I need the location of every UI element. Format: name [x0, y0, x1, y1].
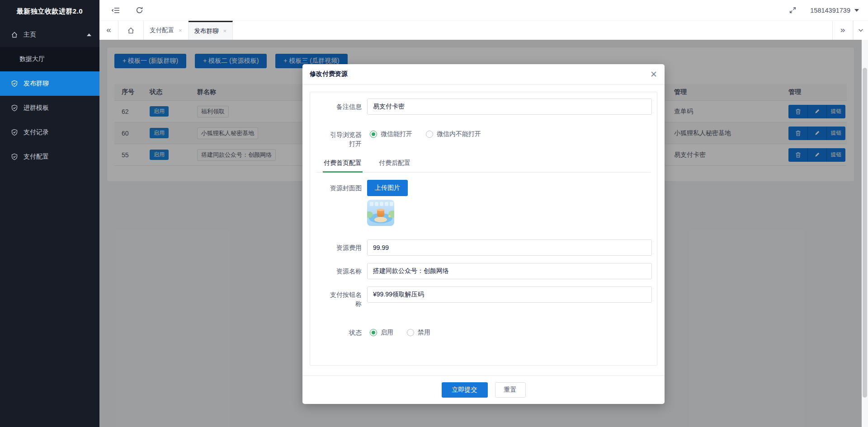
shield-check-icon: [11, 153, 18, 160]
resource-name-input[interactable]: [367, 263, 652, 279]
form-row-cover: 资源封面图 上传图片: [310, 180, 657, 226]
shield-check-icon: [11, 129, 18, 136]
upload-image-button[interactable]: 上传图片: [367, 180, 408, 196]
sidebar-item-label: 数据大厅: [19, 55, 45, 63]
dialog-header: 修改付费资源 ✕: [302, 64, 665, 84]
close-icon[interactable]: ×: [223, 28, 227, 34]
radio-circle-icon: [426, 131, 433, 138]
radio-label: 禁用: [418, 328, 430, 337]
edit-paid-resource-dialog: 修改付费资源 ✕ 备注信息 引导浏览器打开 微信能打开 微信内不能打开 付费首页…: [302, 64, 665, 404]
home-icon: [11, 31, 18, 38]
scrollbar-thumb[interactable]: [863, 68, 867, 398]
tabs-scroll-right-button[interactable]: »: [832, 21, 853, 40]
sidebar-collapse-icon[interactable]: [111, 7, 120, 14]
app-title: 最新独立收款进群2.0: [0, 0, 99, 23]
form-row-pay-button-name: 支付按钮名称: [310, 286, 657, 308]
sidebar-item-publish-group[interactable]: 发布群聊: [0, 71, 99, 96]
pay-button-name-input[interactable]: [367, 286, 652, 303]
field-label: 状态: [327, 328, 362, 337]
sidebar-item-label: 发布群聊: [24, 80, 91, 88]
cover-image-thumbnail[interactable]: [367, 200, 394, 226]
refresh-icon[interactable]: [136, 6, 143, 14]
dialog-footer: 立即提交 重置: [302, 375, 665, 404]
form-row-status: 状态 启用 禁用: [310, 328, 657, 337]
sidebar-item-label: 支付记录: [24, 128, 91, 136]
tab-paid-homepage-config[interactable]: 付费首页配置: [323, 159, 363, 172]
reset-button[interactable]: 重置: [495, 382, 526, 398]
user-phone: 15814391739: [810, 7, 850, 14]
scrollbar-track[interactable]: [862, 40, 868, 427]
form-row-name: 资源名称: [310, 263, 657, 279]
radio-wechat-cannot-open[interactable]: 微信内不能打开: [426, 130, 481, 138]
browser-open-radio-group: 微信能打开 微信内不能打开: [367, 130, 495, 138]
dialog-title: 修改付费资源: [310, 70, 348, 78]
double-chevron-left-icon: «: [106, 25, 111, 35]
tabs-list-dropdown-button[interactable]: [853, 21, 868, 40]
tabs-scroll-left-button[interactable]: «: [99, 21, 118, 40]
dialog-form: 备注信息 引导浏览器打开 微信能打开 微信内不能打开 付费首页配置 付费后配置 …: [310, 92, 657, 366]
sidebar-item-data-hall[interactable]: 数据大厅: [0, 47, 99, 71]
resource-fee-input[interactable]: [367, 239, 652, 256]
home-icon: [127, 27, 135, 34]
fullscreen-icon[interactable]: [789, 6, 797, 14]
double-chevron-right-icon: »: [840, 25, 845, 35]
field-label: 资源名称: [327, 263, 362, 276]
radio-label: 微信能打开: [381, 130, 412, 138]
field-label: 引导浏览器打开: [327, 130, 362, 148]
sidebar-item-join-template[interactable]: 进群模板: [0, 96, 99, 120]
status-radio-group: 启用 禁用: [367, 328, 444, 337]
tab-label: 支付配置: [150, 26, 174, 34]
form-row-browser-open: 引导浏览器打开 微信能打开 微信内不能打开: [310, 130, 657, 148]
remark-input[interactable]: [367, 99, 652, 115]
sidebar-item-payment-records[interactable]: 支付记录: [0, 120, 99, 145]
field-label: 支付按钮名称: [327, 286, 362, 308]
radio-label: 微信内不能打开: [437, 130, 481, 138]
field-label: 备注信息: [327, 99, 362, 111]
tabs-nav-bar: « 支付配置 × 发布群聊 × »: [99, 21, 868, 40]
form-row-remark: 备注信息: [310, 99, 657, 115]
radio-wechat-can-open[interactable]: 微信能打开: [370, 130, 412, 138]
field-label: 资源封面图: [327, 180, 362, 192]
sidebar-item-payment-config[interactable]: 支付配置: [0, 145, 99, 169]
sidebar-item-label: 进群模板: [24, 104, 91, 112]
tab-home-button[interactable]: [118, 21, 144, 40]
tab-label: 发布群聊: [194, 27, 219, 35]
shield-check-icon: [11, 80, 18, 87]
tab-payment-config[interactable]: 支付配置 ×: [144, 21, 189, 40]
form-row-fee: 资源费用: [310, 239, 657, 256]
close-icon[interactable]: ✕: [650, 70, 657, 79]
caret-up-icon: [87, 33, 91, 36]
tab-after-payment-config[interactable]: 付费后配置: [378, 159, 411, 172]
thumbnail-art: [370, 202, 393, 206]
chevron-down-icon: [858, 27, 864, 33]
sidebar-item-home[interactable]: 主页: [0, 23, 99, 47]
tabbar-spacer: [233, 21, 832, 40]
top-header: 15814391739: [99, 0, 868, 21]
radio-status-enabled[interactable]: 启用: [370, 328, 393, 337]
tab-publish-group[interactable]: 发布群聊 ×: [189, 21, 233, 40]
close-icon[interactable]: ×: [179, 27, 182, 34]
shield-check-icon: [11, 104, 18, 112]
sidebar: 最新独立收款进群2.0 主页 数据大厅 发布群聊 进群模板 支付记录 支付配置: [0, 0, 99, 427]
radio-circle-icon: [370, 131, 377, 138]
sidebar-item-label: 支付配置: [24, 153, 91, 161]
caret-down-icon: [854, 9, 859, 12]
sidebar-item-label: 主页: [24, 31, 87, 39]
user-account-dropdown[interactable]: 15814391739: [810, 7, 859, 14]
submit-button[interactable]: 立即提交: [442, 382, 488, 398]
field-label: 资源费用: [327, 239, 362, 252]
radio-status-disabled[interactable]: 禁用: [407, 328, 430, 337]
radio-label: 启用: [381, 328, 393, 337]
radio-circle-icon: [370, 329, 377, 336]
modal-tabs: 付费首页配置 付费后配置: [316, 159, 651, 173]
radio-circle-icon: [407, 329, 414, 336]
